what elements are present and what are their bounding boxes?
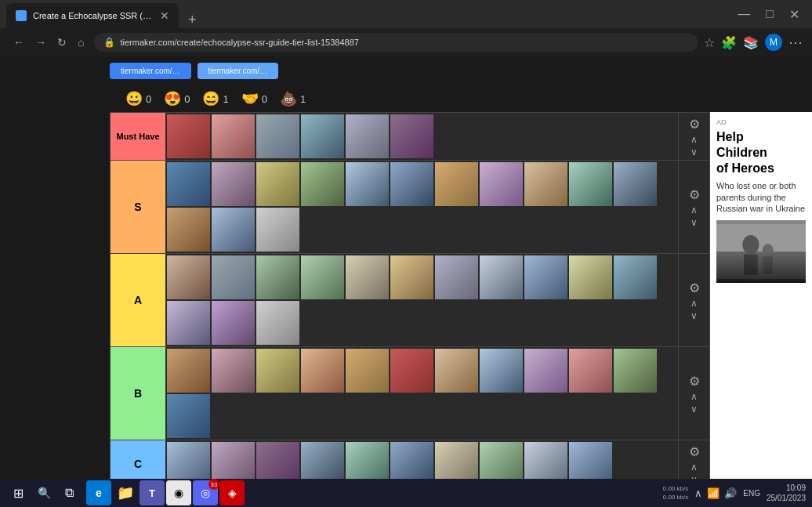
reaction-poop[interactable]: 💩 1 xyxy=(280,90,306,107)
gear-icon[interactable]: ⚙ xyxy=(689,444,700,459)
reaction-handshake[interactable]: 🤝 0 xyxy=(241,90,267,107)
card[interactable] xyxy=(390,162,433,206)
card[interactable] xyxy=(614,255,657,299)
gear-icon[interactable]: ⚙ xyxy=(689,281,700,295)
custom-app-icon[interactable]: ◈ xyxy=(219,480,245,505)
card[interactable] xyxy=(480,442,523,479)
forward-button[interactable]: → xyxy=(31,34,50,50)
arrow-up-button[interactable]: ∧ xyxy=(691,462,698,472)
card[interactable] xyxy=(212,255,255,299)
card[interactable] xyxy=(256,208,299,252)
gear-icon[interactable]: ⚙ xyxy=(689,374,700,389)
minimize-button[interactable]: — xyxy=(731,7,756,22)
card[interactable] xyxy=(301,255,344,299)
card[interactable] xyxy=(167,394,210,438)
card[interactable] xyxy=(480,255,523,299)
action-button-2[interactable]: tiermaker.com/… xyxy=(198,63,279,79)
card[interactable] xyxy=(480,162,523,206)
reaction-laugh[interactable]: 😄 1 xyxy=(202,90,228,107)
volume-icon[interactable]: 🔊 xyxy=(724,487,737,499)
card[interactable] xyxy=(346,442,389,479)
card[interactable] xyxy=(569,442,612,479)
card[interactable] xyxy=(167,162,210,206)
card[interactable] xyxy=(256,301,299,345)
extension-icon[interactable]: 🧩 xyxy=(721,35,737,50)
edge-app-icon[interactable]: e xyxy=(86,480,111,505)
arrow-up-button[interactable]: ∧ xyxy=(691,135,698,144)
arrow-down-button[interactable]: ∨ xyxy=(691,311,698,320)
card[interactable] xyxy=(212,442,255,479)
chrome-icon[interactable]: ◉ xyxy=(166,480,191,505)
reaction-happy[interactable]: 😀 0 xyxy=(125,90,151,107)
card[interactable] xyxy=(569,162,612,206)
file-explorer-icon[interactable]: 📁 xyxy=(113,480,138,505)
card[interactable] xyxy=(569,349,612,393)
bookmark-icon[interactable]: ☆ xyxy=(704,35,715,50)
card[interactable] xyxy=(167,442,210,479)
reaction-love[interactable]: 😍 0 xyxy=(164,90,190,107)
tab-close-button[interactable]: ✕ xyxy=(160,9,169,22)
card[interactable] xyxy=(524,442,567,479)
wifi-icon[interactable]: 📶 xyxy=(707,487,720,499)
card[interactable] xyxy=(569,255,612,299)
card[interactable] xyxy=(167,208,210,252)
card[interactable] xyxy=(524,162,567,206)
url-bar[interactable]: 🔒 tiermaker.com/create/echocalypse-ssr-g… xyxy=(94,33,698,52)
card[interactable] xyxy=(480,349,523,393)
card[interactable] xyxy=(301,442,344,479)
language-indicator[interactable]: ENG xyxy=(743,489,760,498)
refresh-button[interactable]: ↻ xyxy=(53,34,71,50)
card[interactable] xyxy=(212,208,255,252)
card[interactable] xyxy=(212,301,255,345)
arrow-up-button[interactable]: ∧ xyxy=(691,205,698,215)
card[interactable] xyxy=(212,114,255,158)
card[interactable] xyxy=(167,255,210,299)
card[interactable] xyxy=(167,114,210,158)
gear-icon[interactable]: ⚙ xyxy=(689,117,700,132)
arrow-up-button[interactable]: ∧ xyxy=(691,299,698,308)
discord-icon[interactable]: ◎ 33 xyxy=(193,480,218,505)
card[interactable] xyxy=(301,114,344,158)
card[interactable] xyxy=(212,162,255,206)
close-button[interactable]: ✕ xyxy=(783,7,806,22)
teams-icon[interactable]: T xyxy=(140,480,165,505)
card[interactable] xyxy=(256,255,299,299)
card[interactable] xyxy=(301,349,344,393)
card[interactable] xyxy=(346,162,389,206)
card[interactable] xyxy=(167,301,210,345)
card[interactable] xyxy=(346,255,389,299)
card[interactable] xyxy=(167,349,210,393)
card[interactable] xyxy=(256,349,299,393)
card[interactable] xyxy=(435,162,478,206)
taskbar-search-button[interactable]: 🔍 xyxy=(33,483,55,503)
chevron-icon[interactable]: ∧ xyxy=(694,487,702,499)
settings-icon[interactable]: ⋯ xyxy=(788,34,803,51)
arrow-down-button[interactable]: ∨ xyxy=(691,404,698,414)
maximize-button[interactable]: □ xyxy=(759,7,780,22)
task-view-button[interactable]: ⧉ xyxy=(58,483,80,503)
active-tab[interactable]: Create a Echocalypse SSR (v.1.3… ✕ xyxy=(6,3,179,28)
card[interactable] xyxy=(524,349,567,393)
card[interactable] xyxy=(435,349,478,393)
arrow-up-button[interactable]: ∧ xyxy=(691,392,698,401)
card[interactable] xyxy=(301,162,344,206)
start-button[interactable]: ⊞ xyxy=(6,483,30,503)
card[interactable] xyxy=(256,162,299,206)
card[interactable] xyxy=(435,442,478,479)
ad-image[interactable] xyxy=(716,220,806,283)
collection-icon[interactable]: 📚 xyxy=(743,35,759,50)
card[interactable] xyxy=(212,349,255,393)
card[interactable] xyxy=(435,255,478,299)
card[interactable] xyxy=(256,442,299,479)
home-button[interactable]: ⌂ xyxy=(74,34,88,50)
card[interactable] xyxy=(524,255,567,299)
card[interactable] xyxy=(390,114,433,158)
card[interactable] xyxy=(346,349,389,393)
card[interactable] xyxy=(346,114,389,158)
card[interactable] xyxy=(614,349,657,393)
card[interactable] xyxy=(390,442,433,479)
gear-icon[interactable]: ⚙ xyxy=(689,187,700,202)
new-tab-button[interactable]: + xyxy=(182,12,203,28)
arrow-down-button[interactable]: ∨ xyxy=(691,218,698,227)
profile-icon[interactable]: M xyxy=(765,34,782,51)
